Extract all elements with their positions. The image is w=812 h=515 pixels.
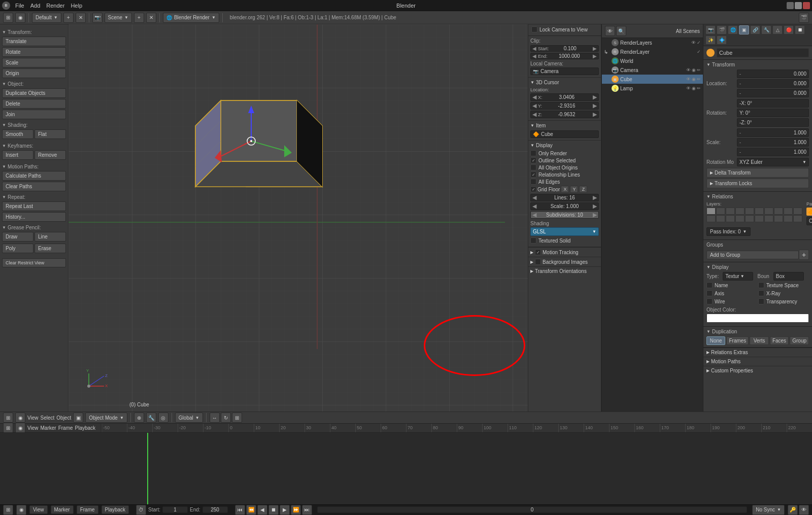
layer-18[interactable] <box>774 215 783 222</box>
outline-selected-cb[interactable] <box>530 157 536 163</box>
proportional-icon[interactable]: ◎ <box>158 413 168 423</box>
marker-menu[interactable]: Marker <box>41 425 56 431</box>
transform-locks-btn[interactable]: Transform Locks <box>706 179 809 188</box>
add-scene-icon[interactable]: + <box>134 13 144 23</box>
object-color-picker[interactable] <box>706 314 809 323</box>
relationship-lines-cb[interactable] <box>530 171 536 178</box>
maximize-btn[interactable] <box>795 2 802 9</box>
layer-11[interactable] <box>706 215 716 222</box>
clear-paths-btn[interactable]: Clear Paths <box>2 182 66 191</box>
pass-index-field[interactable]: Pass Index: 0 ▼ <box>706 227 751 236</box>
xray-cb[interactable] <box>758 290 764 296</box>
modifier-props-icon[interactable]: 🔧 <box>761 25 771 35</box>
layer-19[interactable] <box>784 215 793 222</box>
physics-props-icon[interactable]: 💠 <box>717 36 727 45</box>
item-name-field[interactable]: 🔶 Cube <box>530 130 599 138</box>
scale-field[interactable]: ◀ Scale: 1.000 ▶ <box>530 202 599 210</box>
cube-vis-render[interactable]: ◉ <box>692 77 696 82</box>
layer-4[interactable] <box>735 208 745 215</box>
transform-props-header[interactable]: Transform <box>706 62 809 67</box>
boun-dropdown[interactable]: Box <box>773 272 804 281</box>
cursor-header[interactable]: 3D Cursor <box>530 80 599 85</box>
poly-btn[interactable]: Poly <box>2 244 33 253</box>
keytype-icon[interactable]: 🔑 <box>788 505 798 515</box>
object-name-field[interactable]: Cube <box>717 48 809 57</box>
object-mode-icon[interactable]: ▣ <box>73 413 83 423</box>
cube-vis-eye[interactable]: 👁 <box>686 77 691 82</box>
display-props-header[interactable]: Display <box>706 264 809 270</box>
delete-btn[interactable]: Delete <box>2 99 66 109</box>
motion-tracking-row[interactable]: Motion Tracking <box>528 247 601 257</box>
view-tl-menu[interactable]: View <box>27 425 39 431</box>
move-icon[interactable]: ↔ <box>210 413 220 423</box>
layer-1[interactable] <box>706 208 716 215</box>
close-btn[interactable] <box>803 2 810 9</box>
go-end-btn[interactable]: ⏭ <box>302 505 312 515</box>
vp-cam-icon[interactable]: ◉ <box>15 413 25 423</box>
layer-5[interactable] <box>745 208 754 215</box>
outliner-item-renderlayers[interactable]: S RenderLayers 👁 ✓ <box>602 38 703 47</box>
subdivisions-field[interactable]: ◀ Subdivisions: 10 ▶ <box>530 211 599 219</box>
background-images-row[interactable]: Background Images <box>528 257 601 266</box>
dup-none-btn[interactable]: None <box>706 336 725 345</box>
scale-z-field[interactable]: - 1.000 <box>737 148 809 156</box>
layout-dropdown[interactable]: Default ▼ <box>32 13 61 23</box>
translate-btn[interactable]: Translate <box>2 37 66 46</box>
shading-dropdown[interactable]: GLSL ▼ <box>530 227 599 236</box>
cy-inc[interactable]: ▶ <box>591 102 598 109</box>
view-st-menu[interactable]: View <box>29 505 48 514</box>
playback-st-menu[interactable]: Playback <box>101 505 129 514</box>
y-axis-btn[interactable]: Y <box>570 186 578 193</box>
view-icon[interactable]: 👁 <box>605 26 615 36</box>
search-icon[interactable]: 🔍 <box>616 26 626 36</box>
render-props-icon[interactable]: 📷 <box>705 25 716 35</box>
clip-end-dec[interactable]: ◀ <box>531 53 538 59</box>
camera-field[interactable]: 📷 Camera <box>530 67 599 75</box>
dup-frames-btn[interactable]: Frames <box>726 336 749 345</box>
vis-check[interactable]: ✓ <box>697 40 701 45</box>
add-layout-icon[interactable]: + <box>63 13 74 23</box>
erase-btn[interactable]: Erase <box>35 244 66 253</box>
play-btn[interactable]: ▶ <box>280 505 290 515</box>
remove-btn[interactable]: Remove <box>35 150 66 160</box>
outliner-item-lamp[interactable]: 💡 Lamp 👁 ◉ ✏ <box>602 84 703 93</box>
transform-space-dropdown[interactable]: Global ▼ <box>175 413 203 423</box>
viewport-3d[interactable]: User Persp <box>69 24 528 411</box>
clear-restrict-btn[interactable]: Clear Restrict View <box>2 258 66 267</box>
transform-orientations-row[interactable]: Transform Orientations <box>528 266 601 276</box>
layer-3[interactable] <box>726 208 735 215</box>
onion-icon[interactable]: 👁 <box>799 505 809 515</box>
outliner-item-world[interactable]: 🌐 World <box>602 56 703 65</box>
repeat-last-btn[interactable]: Repeat Last <box>2 201 66 211</box>
playback-menu[interactable]: Playback <box>75 425 96 431</box>
only-render-cb[interactable] <box>530 150 536 156</box>
frame-st-menu[interactable]: Frame <box>77 505 98 514</box>
snapping-icon[interactable]: 🔧 <box>146 413 156 423</box>
cursor-z-field[interactable]: ◀ Z: -0.9632 ▶ <box>530 111 599 118</box>
marker-st-menu[interactable]: Marker <box>51 505 74 514</box>
particle-props-icon[interactable]: ✨ <box>705 36 716 45</box>
cx-inc[interactable]: ▶ <box>591 94 598 100</box>
wire-cb[interactable] <box>706 298 713 304</box>
material-props-icon[interactable]: 🔴 <box>784 25 794 35</box>
lines-dec[interactable]: ◀ <box>531 194 538 201</box>
cam-vis-render[interactable]: ◉ <box>692 67 696 73</box>
history-btn[interactable]: History... <box>2 212 66 222</box>
lamp-vis-eye[interactable]: 👁 <box>686 86 691 91</box>
layer-17[interactable] <box>764 215 773 222</box>
cy-dec[interactable]: ◀ <box>531 102 538 109</box>
layer-10[interactable] <box>793 208 802 215</box>
insert-btn[interactable]: Insert <box>2 150 33 160</box>
loc-x-field[interactable]: - 0.000 <box>737 70 809 78</box>
clip-start-inc[interactable]: ▶ <box>591 46 598 51</box>
subdiv-inc[interactable]: ▶ <box>591 212 598 218</box>
menu-render[interactable]: Render <box>43 3 67 9</box>
cursor-y-field[interactable]: ◀ Y: -2.9316 ▶ <box>530 102 599 110</box>
delete-layout-icon[interactable]: ✕ <box>76 13 86 23</box>
render-icon[interactable]: 🎬 <box>799 13 809 23</box>
cam-vis-edit[interactable]: ✏ <box>697 67 701 73</box>
outliner-item-camera[interactable]: 📷 Camera 👁 ◉ ✏ <box>602 65 703 75</box>
go-start-btn[interactable]: ⏮ <box>235 505 245 515</box>
loc-z-field[interactable]: - 0.000 <box>737 89 809 97</box>
texture-props-icon[interactable]: 🔲 <box>795 25 805 35</box>
